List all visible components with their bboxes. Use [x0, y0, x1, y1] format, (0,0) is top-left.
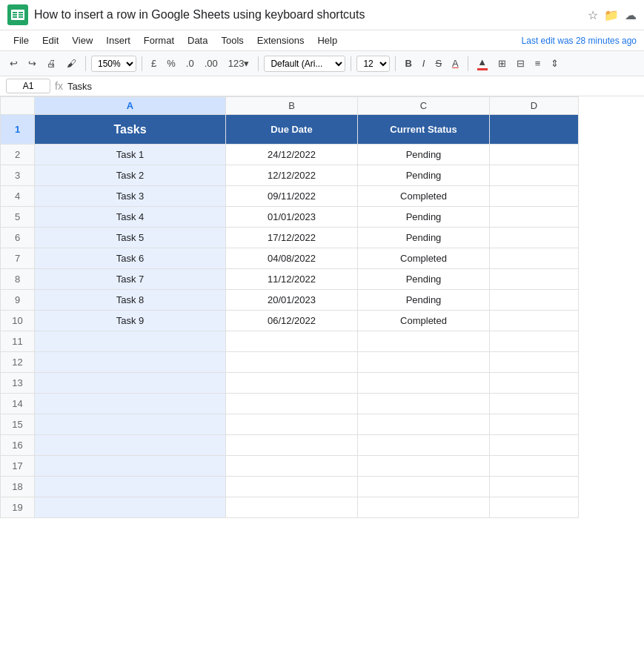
col-header-c[interactable]: C [358, 97, 490, 115]
table-cell[interactable]: Completed [358, 248, 490, 269]
table-cell[interactable] [490, 207, 579, 228]
cell-ref-input[interactable] [6, 79, 50, 93]
print-button[interactable]: 🖨 [43, 56, 60, 71]
col-header-a[interactable]: A [35, 97, 226, 115]
table-cell[interactable] [358, 435, 490, 456]
table-cell[interactable] [358, 394, 490, 414]
table-cell[interactable]: 04/08/2022 [226, 248, 358, 269]
table-cell[interactable]: Task 2 [35, 165, 226, 186]
table-cell[interactable] [490, 497, 579, 518]
table-cell[interactable] [35, 394, 226, 414]
table-cell[interactable]: Task 8 [35, 290, 226, 311]
table-cell[interactable] [226, 497, 358, 518]
folder-icon[interactable]: 📁 [604, 8, 619, 22]
table-cell[interactable] [358, 477, 490, 497]
table-cell[interactable] [226, 352, 358, 373]
table-cell[interactable] [490, 456, 579, 477]
table-cell[interactable] [490, 248, 579, 269]
table-cell[interactable]: Current Status [358, 115, 490, 145]
table-cell[interactable]: Pending [358, 165, 490, 186]
table-cell[interactable]: Completed [358, 186, 490, 207]
table-cell[interactable] [490, 414, 579, 435]
cloud-icon[interactable]: ☁ [625, 8, 637, 22]
table-cell[interactable] [490, 115, 579, 145]
table-cell[interactable] [490, 373, 579, 394]
col-header-d[interactable]: D [490, 97, 579, 115]
table-cell[interactable]: 06/12/2022 [226, 311, 358, 331]
table-cell[interactable] [226, 414, 358, 435]
table-cell[interactable] [490, 394, 579, 414]
menu-view[interactable]: View [66, 32, 99, 49]
table-cell[interactable] [35, 352, 226, 373]
star-icon[interactable]: ☆ [588, 8, 598, 22]
table-cell[interactable] [226, 435, 358, 456]
table-cell[interactable] [358, 331, 490, 352]
table-cell[interactable] [490, 352, 579, 373]
table-cell[interactable]: Task 3 [35, 186, 226, 207]
table-cell[interactable] [35, 414, 226, 435]
table-cell[interactable] [490, 269, 579, 290]
table-cell[interactable] [358, 497, 490, 518]
bold-button[interactable]: B [401, 56, 415, 71]
table-cell[interactable] [358, 373, 490, 394]
menu-format[interactable]: Format [138, 32, 180, 49]
table-cell[interactable]: Pending [358, 207, 490, 228]
table-cell[interactable] [358, 456, 490, 477]
paint-format-button[interactable]: 🖌 [63, 56, 80, 71]
table-cell[interactable]: 17/12/2022 [226, 228, 358, 248]
decimal00-button[interactable]: .00 [201, 56, 222, 71]
table-cell[interactable] [35, 477, 226, 497]
table-cell[interactable]: Pending [358, 269, 490, 290]
table-cell[interactable] [490, 186, 579, 207]
table-cell[interactable]: 11/12/2022 [226, 269, 358, 290]
table-cell[interactable] [490, 435, 579, 456]
align-button[interactable]: ≡ [531, 56, 545, 71]
table-cell[interactable]: 24/12/2022 [226, 145, 358, 165]
table-cell[interactable] [35, 435, 226, 456]
table-cell[interactable] [490, 290, 579, 311]
table-cell[interactable]: Pending [358, 145, 490, 165]
text-color-button[interactable]: A [448, 56, 462, 71]
table-cell[interactable]: Pending [358, 228, 490, 248]
menu-file[interactable]: File [7, 32, 35, 49]
table-cell[interactable] [358, 414, 490, 435]
menu-edit[interactable]: Edit [36, 32, 64, 49]
table-cell[interactable]: 20/01/2023 [226, 290, 358, 311]
table-cell[interactable]: 01/01/2023 [226, 207, 358, 228]
table-cell[interactable] [35, 456, 226, 477]
table-cell[interactable] [35, 497, 226, 518]
table-cell[interactable] [226, 373, 358, 394]
menu-insert[interactable]: Insert [100, 32, 136, 49]
more-icon-button[interactable]: ⇕ [547, 56, 562, 71]
table-cell[interactable]: Task 7 [35, 269, 226, 290]
table-cell[interactable] [226, 394, 358, 414]
table-cell[interactable]: Completed [358, 311, 490, 331]
merge-align-button[interactable]: ⊟ [513, 56, 528, 71]
table-cell[interactable]: Task 6 [35, 248, 226, 269]
table-cell[interactable] [226, 477, 358, 497]
italic-button[interactable]: I [419, 56, 429, 71]
menu-data[interactable]: Data [182, 32, 213, 49]
table-cell[interactable] [358, 352, 490, 373]
table-cell[interactable]: Task 4 [35, 207, 226, 228]
percent-button[interactable]: % [163, 56, 179, 71]
table-cell[interactable]: Task 9 [35, 311, 226, 331]
table-cell[interactable]: Tasks [35, 115, 226, 145]
undo-button[interactable]: ↩ [6, 56, 21, 71]
table-cell[interactable]: 12/12/2022 [226, 165, 358, 186]
table-cell[interactable]: Pending [358, 290, 490, 311]
font-select[interactable]: Default (Ari... Arial [264, 56, 345, 72]
strikethrough-button[interactable]: S [431, 56, 445, 71]
decimal0-button[interactable]: .0 [182, 56, 198, 71]
redo-button[interactable]: ↪ [24, 56, 40, 71]
table-cell[interactable] [490, 477, 579, 497]
table-cell[interactable] [490, 165, 579, 186]
menu-extensions[interactable]: Extensions [251, 32, 311, 49]
table-cell[interactable]: Due Date [226, 115, 358, 145]
table-cell[interactable] [490, 145, 579, 165]
fill-color-button[interactable]: ▲ [474, 54, 491, 73]
table-cell[interactable] [490, 311, 579, 331]
table-cell[interactable]: 09/11/2022 [226, 186, 358, 207]
zoom-select[interactable]: 150% 100% 75% [91, 56, 136, 72]
table-cell[interactable] [490, 228, 579, 248]
